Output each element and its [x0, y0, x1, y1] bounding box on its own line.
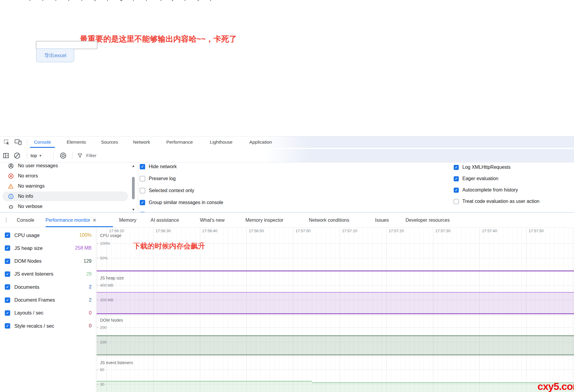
setting-selected-context-only[interactable]: Selected context only — [140, 188, 194, 193]
clear-console-icon[interactable] — [13, 152, 21, 159]
filter-label: Filter — [86, 153, 96, 158]
checkbox-checked[interactable]: ✓ — [454, 165, 459, 170]
drawer-tab-performance-monitor[interactable]: Performance monitor✕ — [45, 213, 96, 227]
metric-document-frames[interactable]: ✓Document Frames2 — [0, 294, 96, 306]
metric-value: 2 — [89, 284, 92, 290]
metric-documents[interactable]: ✓Documents2 — [0, 281, 96, 293]
checkbox-checked[interactable]: ✓ — [5, 323, 10, 329]
watermark: cxy5.com — [537, 381, 574, 392]
tab-performance[interactable]: Performance — [162, 136, 197, 148]
context-selector[interactable]: top ▼ — [31, 149, 42, 162]
inspect-element-icon[interactable] — [3, 139, 10, 146]
drawer-tab-memory[interactable]: Memory — [119, 213, 136, 227]
close-icon[interactable]: ✕ — [92, 218, 96, 223]
metric-value: 0 — [89, 310, 92, 316]
drawer-tab-network-conditions[interactable]: Network conditions — [309, 213, 349, 227]
live-expression-icon[interactable] — [59, 152, 67, 159]
console-level-no-errors[interactable]: No errors — [2, 171, 128, 181]
setting-label: Treat code evaluation as user action — [462, 199, 539, 204]
checkbox-unchecked[interactable] — [140, 176, 145, 181]
tab-sources[interactable]: Sources — [99, 136, 120, 148]
section-title-js-heap-size: JS heap size — [100, 276, 124, 280]
checkbox-checked[interactable]: ✓ — [140, 164, 145, 169]
drawer-tab-ai-assistance[interactable]: AI assistance — [151, 213, 179, 227]
checkbox-checked[interactable]: ✓ — [5, 271, 10, 277]
metric-cpu-usage[interactable]: ✓CPU usage100% — [0, 229, 96, 241]
setting-eager-evaluation[interactable]: ✓Eager evaluation — [454, 176, 498, 181]
checkbox-checked[interactable]: ✓ — [5, 284, 10, 290]
tab-network[interactable]: Network — [129, 136, 154, 148]
section-separator — [97, 356, 574, 356]
section-separator — [97, 315, 574, 316]
checkbox-checked[interactable]: ✓ — [5, 259, 10, 264]
sidebar-toggle-icon[interactable] — [2, 152, 10, 159]
drawer-tab-developer-resources[interactable]: Developer resources — [406, 213, 450, 227]
setting-label: Preserve log — [149, 176, 176, 181]
setting-treat-code-evaluation-as-user-action[interactable]: Treat code evaluation as user action — [454, 199, 539, 204]
setting-log-xmlhttprequests[interactable]: ✓Log XMLHttpRequests — [454, 165, 511, 170]
gridline-label: 100% — [100, 241, 111, 246]
setting-hide-network[interactable]: ✓Hide network — [140, 164, 177, 169]
checkbox-checked[interactable]: ✓ — [140, 200, 145, 205]
checkbox-checked[interactable]: ✓ — [5, 245, 10, 251]
scrollbar[interactable]: ▲ ▼ — [131, 163, 136, 213]
tab-lighthouse[interactable]: Lighthouse — [205, 136, 237, 148]
metric-label: JS heap size — [14, 245, 42, 251]
tab-elements[interactable]: Elements — [63, 136, 90, 148]
device-toolbar-icon[interactable] — [14, 139, 22, 146]
metric-js-heap-size[interactable]: ✓JS heap size258 MB — [0, 242, 96, 254]
metric-style-recalcs-sec[interactable]: ✓Style recalcs / sec0 — [0, 320, 96, 332]
axis-tick — [97, 327, 98, 328]
value-gridline — [97, 327, 574, 328]
gridline-label: 400 MB — [100, 283, 114, 288]
console-level-no-verbose[interactable]: No verbose — [2, 202, 128, 211]
console-level-label: No verbose — [18, 204, 42, 209]
checkbox-checked[interactable]: ✓ — [5, 310, 10, 316]
setting-group-similar-messages-in-console[interactable]: ✓Group similar messages in console — [140, 200, 223, 205]
setting-autocomplete-from-history[interactable]: ✓Autocomplete from history — [454, 187, 518, 193]
metric-value: 100% — [79, 233, 92, 238]
metric-dom-nodes[interactable]: ✓DOM Nodes129 — [0, 255, 96, 268]
devtools-tab-bar: ConsoleElementsSourcesNetworkPerformance… — [0, 136, 574, 148]
js-listeners-fill — [97, 382, 312, 392]
tab-application[interactable]: Application — [245, 136, 277, 148]
metric-js-event-listeners[interactable]: ✓JS event listeners29 — [0, 268, 96, 280]
metric-value: 29 — [86, 271, 92, 277]
export-excel-button[interactable]: 导出excel — [36, 48, 74, 62]
time-axis-label: 17:56:50 — [249, 229, 264, 233]
gridline-label: 200 — [100, 325, 107, 330]
clipped-top-text: p p p p p y p g p p q y p y p — [29, 0, 239, 2]
performance-chart: 下载的时候内存会飙升 17:56:2017:56:3017:56:4017:56… — [97, 228, 574, 392]
drawer-tab-label: Memory inspector — [245, 218, 283, 223]
console-level-label: No errors — [18, 173, 38, 179]
console-level-no-warnings[interactable]: No warnings — [2, 181, 128, 191]
drawer-tab-console[interactable]: Console — [17, 213, 34, 227]
checkbox-unchecked[interactable] — [140, 188, 145, 193]
scrollbar-down-icon[interactable]: ▼ — [132, 208, 135, 211]
console-level-no-info[interactable]: No info — [2, 192, 128, 201]
active-tab-underline — [30, 147, 55, 148]
console-level-no-user-messages[interactable]: No user messages — [2, 163, 128, 171]
checkbox-checked[interactable]: ✓ — [5, 233, 10, 238]
metric-label: CPU usage — [14, 233, 40, 238]
filter-control[interactable]: Filter — [77, 149, 96, 162]
kebab-menu-icon[interactable]: ⋮ — [4, 213, 9, 227]
drawer-tab-issues[interactable]: Issues — [375, 213, 389, 227]
checkbox-checked[interactable]: ✓ — [454, 188, 459, 193]
scrollbar-up-icon[interactable]: ▲ — [132, 164, 135, 168]
drawer-tab-memory-inspector[interactable]: Memory inspector — [245, 213, 283, 227]
setting-label: Group similar messages in console — [149, 200, 223, 205]
page-text-input[interactable] — [36, 41, 97, 49]
js-heap-baseline — [97, 313, 574, 314]
toolbar-divider — [72, 152, 73, 159]
checkbox-checked[interactable]: ✓ — [454, 176, 459, 181]
checkbox-unchecked[interactable] — [454, 199, 459, 204]
checkbox-checked[interactable]: ✓ — [5, 297, 10, 303]
metric-layouts-sec[interactable]: ✓Layouts / sec0 — [0, 307, 96, 319]
metric-value: 258 MB — [75, 245, 92, 251]
drawer-tab-what-s-new[interactable]: What's new — [200, 213, 224, 227]
setting-preserve-log[interactable]: Preserve log — [140, 176, 176, 181]
section-title-js-event-listeners: JS event listeners — [100, 360, 133, 365]
scrollbar-thumb[interactable] — [132, 177, 135, 199]
tab-console[interactable]: Console — [30, 136, 55, 148]
